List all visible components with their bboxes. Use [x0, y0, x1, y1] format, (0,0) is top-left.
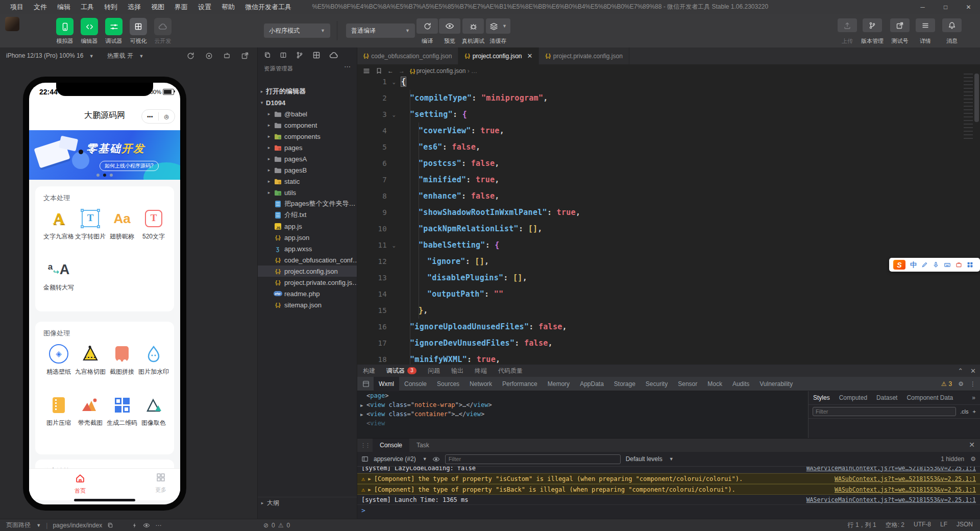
console-sidebar-icon[interactable] [361, 455, 369, 463]
keyboard-icon[interactable] [944, 261, 951, 269]
eye-icon[interactable] [143, 522, 150, 529]
menu-转到[interactable]: 转到 [99, 0, 122, 14]
more-dots-icon[interactable]: ••• [142, 110, 158, 123]
wxml-dom-tree[interactable]: <page>▶<view class="notice-wrap">…</view… [357, 391, 808, 438]
menu-界面[interactable]: 界面 [169, 0, 193, 14]
pen-icon[interactable] [921, 261, 928, 268]
menu-工具[interactable]: 工具 [76, 0, 99, 14]
tree-item-component[interactable]: ▸component [258, 119, 357, 131]
inspect-icon[interactable] [362, 380, 370, 388]
devtools-tab-Sources[interactable]: Sources [432, 377, 464, 391]
styles-tab-Component-Data[interactable]: Component Data [902, 394, 958, 401]
panel-tab-调试器[interactable]: 调试器3 [381, 367, 422, 375]
tree-item-app.js[interactable]: JSapp.js [258, 221, 357, 232]
action-refresh-button[interactable] [416, 18, 438, 34]
devtools-tab-Performance[interactable]: Performance [497, 377, 543, 391]
apps-grid-icon[interactable] [967, 261, 973, 268]
console-filter-input[interactable] [445, 454, 621, 464]
overflow-chevron[interactable]: » [967, 394, 980, 401]
page-path[interactable]: pages/index/index [53, 522, 102, 529]
right-external-button[interactable] [890, 18, 910, 32]
ime-toolbar[interactable]: S 中 [889, 258, 980, 272]
outline-section[interactable]: ▸大纲 [258, 497, 357, 509]
tree-item-app.wxss[interactable]: ʒapp.wxss [258, 243, 357, 254]
tree-item-readme.php[interactable]: phpreadme.php [258, 288, 357, 299]
menu-帮助[interactable]: 帮助 [216, 0, 240, 14]
minimap[interactable] [964, 74, 973, 140]
close-icon[interactable]: ✕ [969, 441, 975, 449]
menu-选择[interactable]: 选择 [122, 0, 146, 14]
source-link[interactable]: WASubContext.js?t=we…52181553&v=2.25.1:1 [835, 475, 976, 482]
action-bug-button[interactable] [462, 18, 484, 34]
gear-icon[interactable]: ⚙ [958, 380, 964, 388]
tool-item[interactable]: Aa翅膀昵称 [105, 208, 139, 241]
console-message[interactable]: [system] LazyCodeLoading: falseWAService… [357, 467, 980, 473]
detach-window-icon[interactable] [241, 52, 249, 60]
rotate-device-icon[interactable] [223, 52, 231, 60]
tree-root[interactable]: ▾D1094 [258, 97, 357, 108]
dom-node[interactable]: ▶<view class="container">…</view> [357, 409, 808, 419]
expand-icon[interactable]: ▶ [368, 476, 371, 481]
compile-select[interactable]: 普通编译▼ [346, 23, 415, 38]
avatar[interactable] [5, 17, 19, 31]
toolbox-icon[interactable] [955, 261, 962, 268]
tree-item-static[interactable]: ▸static [258, 176, 357, 187]
tool-item[interactable]: a↪A金额转大写 [41, 259, 76, 292]
tool-item[interactable]: ◈精选壁纸 [41, 343, 76, 376]
tree-item-app.json[interactable]: {..}app.json [258, 232, 357, 243]
tool-item[interactable]: 生成二维码 [105, 394, 139, 427]
console-tab-Task[interactable]: Task [409, 439, 436, 452]
cls-toggle[interactable]: .cls [960, 408, 969, 415]
tool-item[interactable]: 带壳截图 [73, 394, 108, 427]
record-icon[interactable] [205, 52, 213, 60]
fold-icon[interactable]: ⌄ [390, 243, 398, 248]
close-tab-icon[interactable]: ✕ [527, 52, 533, 60]
tree-item-pagesA[interactable]: ▸pagesA [258, 153, 357, 164]
console-levels-select[interactable]: Default levels▼ [626, 455, 674, 463]
console-prompt[interactable]: > [357, 505, 980, 516]
right-list-button[interactable] [916, 18, 935, 32]
devtools-tab-Memory[interactable]: Memory [543, 377, 575, 391]
mode-select[interactable]: 小程序模式▼ [264, 23, 330, 38]
tree-item-pages[interactable]: ▸pages [258, 142, 357, 153]
page-path-label[interactable]: 页面路径 ▼ [6, 521, 41, 529]
copy-icon[interactable] [107, 522, 113, 528]
tree-open-editors[interactable]: ▸打开的编辑器 [258, 86, 357, 97]
language-icon[interactable]: 中 [910, 260, 917, 270]
eye-icon[interactable] [432, 455, 440, 463]
sogou-logo-icon[interactable]: S [893, 260, 905, 270]
right-branch-button[interactable] [863, 18, 882, 32]
files-icon[interactable] [264, 52, 271, 59]
problems-summary[interactable]: ⊘0 ⚠0 [263, 522, 290, 529]
tool-item[interactable]: T520文字 [136, 208, 171, 241]
exit-target-icon[interactable]: ◎ [159, 110, 175, 123]
maximize-button[interactable]: □ [934, 0, 957, 14]
tool-item[interactable]: 九宫格切图 [73, 343, 108, 376]
drag-handle-icon[interactable]: ⋮⋮ [360, 442, 370, 449]
toolbar-cloud-button[interactable] [154, 18, 172, 35]
more-icon[interactable]: ⋯ [155, 522, 161, 529]
tree-item-project.private.config.js[interactable]: {..}project.private.config.js… [258, 277, 357, 288]
kebab-icon[interactable]: ⋮ [970, 380, 976, 388]
styles-filter-input[interactable] [813, 407, 956, 416]
editor-tab[interactable]: {..}project.private.config.json [539, 47, 629, 64]
tree-item-code_obfuscation_conf[interactable]: {..}code_obfuscation_conf… [258, 254, 357, 266]
toolbar-phone-button[interactable] [56, 18, 74, 35]
devtools-tab-Console[interactable]: Console [399, 377, 432, 391]
tool-item[interactable]: T文字转图片 [73, 208, 108, 241]
tree-item-.txt[interactable]: 介绍.txt [258, 209, 357, 221]
source-link[interactable]: WAServiceMainContext.js?t=we…52181553&v=… [806, 467, 976, 472]
indent-setting[interactable]: 空格: 2 [886, 521, 904, 529]
expand-icon[interactable]: ▶ [360, 401, 366, 410]
devtools-tab-Vulnerability[interactable]: Vulnerability [754, 377, 798, 391]
styles-tab-Styles[interactable]: Styles [808, 394, 835, 401]
close-button[interactable]: ✕ [957, 0, 980, 14]
extensions-icon[interactable] [312, 51, 321, 59]
toolbar-code-button[interactable] [81, 18, 98, 35]
console-context-select[interactable]: appservice (#2)▼ [374, 455, 427, 463]
menu-项目[interactable]: 项目 [5, 0, 29, 14]
tree-item-utils[interactable]: ▸utils [258, 187, 357, 198]
eol[interactable]: LF [940, 521, 947, 529]
console-message[interactable]: ⚠▶[Component] the type of property "isBa… [357, 484, 980, 495]
split-editor-icon[interactable] [280, 52, 287, 59]
